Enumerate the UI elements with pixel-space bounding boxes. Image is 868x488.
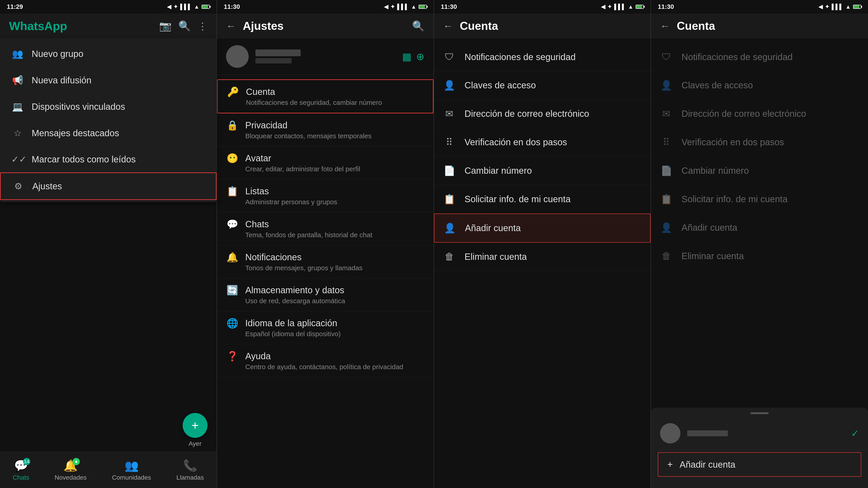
- panel-cuenta-4: 11:30 ◀ ✦ ▌▌▌ ▲ ← Cuenta 🛡 Notificacione…: [651, 0, 868, 488]
- shield-icon-4: 🛡: [660, 52, 673, 62]
- settings-label-almacenamiento: Almacenamiento y datos: [245, 285, 344, 295]
- account-item-eliminar-3[interactable]: 🗑 Eliminar cuenta: [434, 242, 651, 271]
- cuenta-header-4: ← Cuenta: [651, 13, 868, 38]
- arrow-icon-2: ◀: [384, 4, 388, 10]
- settings-item-chats[interactable]: 💬 Chats Tema, fondos de pantalla, histor…: [217, 213, 434, 246]
- settings-item-listas[interactable]: 📋 Listas Administrar personas y grupos: [217, 180, 434, 213]
- settings-item-notificaciones[interactable]: 🔔 Notificaciones Tonos de mensajes, grup…: [217, 246, 434, 278]
- bluetooth-icon-3: ✦: [608, 4, 612, 10]
- drawer-item-ajustes[interactable]: ⚙ Ajustes: [0, 172, 217, 200]
- back-button-3[interactable]: ←: [443, 20, 453, 32]
- star-icon: ☆: [11, 128, 24, 138]
- settings-sublabel-almacenamiento: Uso de red, descarga automática: [245, 297, 425, 305]
- settings-item-cuenta[interactable]: 🔑 Cuenta Notificaciones de seguridad, ca…: [217, 79, 434, 113]
- bluetooth-icon-4: ✦: [825, 4, 829, 10]
- twostep-icon-3: ⠿: [443, 137, 456, 148]
- fab-label: Ayer: [188, 440, 202, 447]
- profile-avatar: [226, 45, 249, 68]
- settings-item-privacidad[interactable]: 🔒 Privacidad Bloquear contactos, mensaje…: [217, 113, 434, 147]
- passkey-icon-4: 👤: [660, 80, 673, 91]
- plus-icon: +: [667, 459, 673, 470]
- arrow-icon-1: ◀: [167, 4, 171, 10]
- novedades-badge: ●: [72, 458, 80, 465]
- nav-item-novedades[interactable]: 🔔 ● Novedades: [55, 459, 87, 481]
- app-title: WhatsApp: [9, 19, 67, 33]
- chat-badge: 14: [23, 458, 30, 465]
- account-item-solicitar-3[interactable]: 📋 Solicitar info. de mi cuenta: [434, 185, 651, 214]
- change-num-icon-4: 📄: [660, 165, 673, 176]
- add-profile-icon[interactable]: ⊕: [416, 51, 425, 62]
- arrow-icon-4: ◀: [818, 4, 823, 10]
- nav-label-llamadas: Llamadas: [176, 474, 204, 481]
- profile-info: [255, 50, 395, 64]
- settings-item-avatar[interactable]: 😶 Avatar Crear, editar, administrar foto…: [217, 147, 434, 180]
- drawer-item-mensajes-destacados[interactable]: ☆ Mensajes destacados: [0, 120, 217, 146]
- drawer-item-nueva-difusion[interactable]: 📢 Nueva difusión: [0, 67, 217, 94]
- drawer-item-nuevo-grupo[interactable]: 👥 Nuevo grupo: [0, 41, 217, 67]
- nav-item-llamadas[interactable]: 📞 Llamadas: [176, 459, 204, 481]
- time-2: 11:30: [224, 3, 240, 10]
- nav-item-chats[interactable]: 💬 14 Chats: [13, 459, 29, 481]
- account-label-notif-seg-4: Notificaciones de seguridad: [682, 52, 793, 62]
- settings-label-notificaciones: Notificaciones: [245, 252, 302, 262]
- add-account-button[interactable]: + Añadir cuenta: [658, 452, 861, 477]
- help-icon: ❓: [226, 351, 239, 362]
- shield-icon-3: 🛡: [443, 52, 456, 62]
- account-item-solicitar-4: 📋 Solicitar info. de mi cuenta: [651, 185, 868, 214]
- profile-action-icons: ▦ ⊕: [402, 51, 425, 62]
- account-item-claves-3[interactable]: 👤 Claves de acceso: [434, 71, 651, 100]
- account-item-cambiar-num-3[interactable]: 📄 Cambiar número: [434, 157, 651, 185]
- account-label-eliminar-4: Eliminar cuenta: [682, 251, 744, 261]
- drawer-item-dispositivos[interactable]: 💻 Dispositivos vinculados: [0, 94, 217, 120]
- back-button-4[interactable]: ←: [660, 20, 670, 32]
- battery-icon-2: [418, 5, 427, 9]
- settings-item-almacenamiento[interactable]: 🔄 Almacenamiento y datos Uso de red, des…: [217, 278, 434, 311]
- status-icons-1: ◀ ✦ ▌▌▌ ▲: [167, 4, 210, 10]
- menu-icon[interactable]: ⋮: [197, 20, 208, 32]
- storage-icon: 🔄: [226, 285, 239, 296]
- signal-icon-4: ▌▌▌: [832, 4, 843, 10]
- drawer-label-marcar-leidos: Marcar todos como leídos: [32, 154, 135, 164]
- search-icon-2[interactable]: 🔍: [412, 20, 425, 32]
- email-icon-3: ✉: [443, 108, 456, 119]
- profile-section[interactable]: ▦ ⊕: [217, 38, 434, 75]
- time-1: 11:29: [7, 3, 23, 10]
- settings-sublabel-listas: Administrar personas y grupos: [245, 198, 425, 206]
- bluetooth-icon-2: ✦: [391, 4, 395, 10]
- account-item-claves-4: 👤 Claves de acceso: [651, 71, 868, 100]
- battery-icon-4: [853, 5, 861, 9]
- profile-number: [255, 58, 291, 64]
- settings-item-ayuda[interactable]: ❓ Ayuda Centro de ayuda, contáctanos, po…: [217, 344, 434, 377]
- time-3: 11:30: [441, 3, 457, 10]
- settings-sublabel-notificaciones: Tonos de mensajes, grupos y llamadas: [245, 264, 425, 272]
- signal-icon-1: ▌▌▌: [180, 4, 192, 10]
- search-icon-header[interactable]: 🔍: [178, 20, 191, 32]
- camera-icon[interactable]: 📷: [159, 20, 172, 32]
- avatar-icon: 😶: [226, 153, 239, 164]
- account-item-correo-3[interactable]: ✉ Dirección de correo electrónico: [434, 100, 651, 128]
- settings-list: 🔑 Cuenta Notificaciones de seguridad, ca…: [217, 75, 434, 488]
- account-item-verificacion-3[interactable]: ⠿ Verificación en dos pasos: [434, 128, 651, 157]
- back-button-2[interactable]: ←: [226, 20, 236, 32]
- time-4: 11:30: [658, 3, 674, 10]
- account-item-notif-seg-3[interactable]: 🛡 Notificaciones de seguridad: [434, 43, 651, 71]
- settings-sublabel-avatar: Crear, editar, administrar foto del perf…: [245, 165, 425, 173]
- account-label-eliminar-3: Eliminar cuenta: [465, 252, 527, 262]
- ajustes-header: ← Ajustes 🔍: [217, 13, 434, 38]
- app-header: WhatsApp 📷 🔍 ⋮: [0, 13, 217, 38]
- settings-label-cuenta: Cuenta: [246, 87, 275, 97]
- fab-button[interactable]: +: [183, 413, 208, 438]
- drawer-label-nueva-difusion: Nueva difusión: [32, 75, 92, 86]
- qr-icon[interactable]: ▦: [402, 51, 412, 62]
- battery-icon-1: [202, 5, 210, 9]
- broadcast-icon: 📢: [11, 75, 24, 86]
- wifi-icon-3: ▲: [628, 4, 633, 10]
- drawer-item-marcar-leidos[interactable]: ✓✓ Marcar todos como leídos: [0, 146, 217, 172]
- nav-label-comunidades: Comunidades: [112, 474, 151, 481]
- settings-item-idioma[interactable]: 🌐 Idioma de la aplicación Español (idiom…: [217, 311, 434, 344]
- account-item-anadir-3[interactable]: 👤 Añadir cuenta: [434, 214, 651, 242]
- change-num-icon-3: 📄: [443, 165, 456, 176]
- nav-item-comunidades[interactable]: 👥 Comunidades: [112, 459, 151, 481]
- settings-sublabel-cuenta: Notificaciones de seguridad, cambiar núm…: [246, 99, 424, 106]
- settings-label-chats: Chats: [245, 219, 269, 229]
